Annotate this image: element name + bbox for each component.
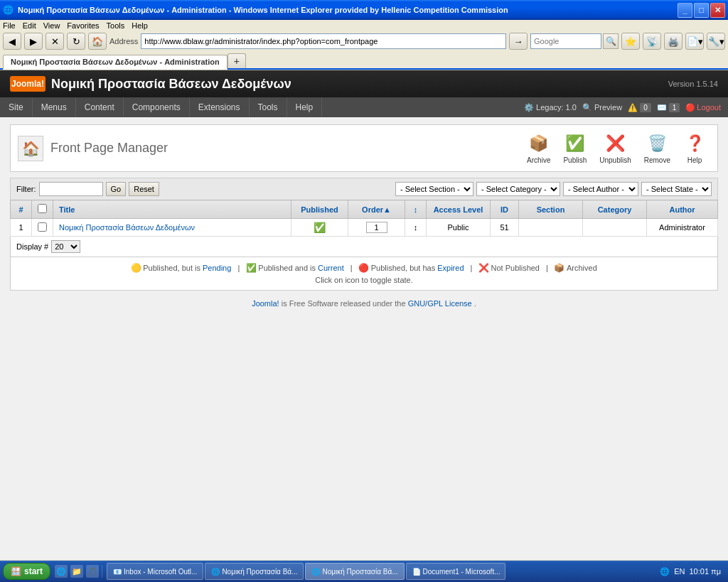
filter-input[interactable]: [39, 182, 103, 196]
menu-file[interactable]: File: [3, 21, 16, 30]
col-access[interactable]: Access Level: [427, 200, 491, 219]
ie-navbar: ◀ ▶ ✕ ↻ 🏠 Address → 🔍 ⭐ 📡 🖨️ 📄▾ 🔧▾: [0, 31, 728, 51]
favorites-icon[interactable]: ⭐: [621, 33, 640, 50]
page-title-area: 🏠 Front Page Manager: [18, 136, 168, 161]
search-input[interactable]: [530, 33, 601, 49]
select-all-checkbox[interactable]: [38, 204, 47, 213]
address-input[interactable]: [141, 33, 506, 49]
col-published[interactable]: Published: [291, 200, 348, 219]
published-icon[interactable]: ✅: [314, 222, 326, 233]
nav-components[interactable]: Components: [124, 97, 190, 117]
preview-link[interactable]: 🔍 Preview: [582, 103, 622, 112]
menu-favorites[interactable]: Favorites: [67, 21, 99, 30]
page-icon: 🏠: [18, 136, 43, 161]
nav-content[interactable]: Content: [76, 97, 124, 117]
nav-help[interactable]: Help: [287, 97, 323, 117]
stop-button[interactable]: ✕: [46, 33, 64, 50]
legend-current: ✅ Published and is Current: [246, 263, 343, 273]
home-button[interactable]: 🏠: [88, 33, 107, 50]
pending-link[interactable]: Pending: [203, 264, 231, 272]
help-button[interactable]: ❓ Help: [679, 131, 710, 166]
col-author[interactable]: Author: [647, 200, 718, 219]
col-order[interactable]: Order▲: [348, 200, 405, 219]
col-section[interactable]: Section: [519, 200, 583, 219]
ie-tab-new[interactable]: +: [228, 53, 246, 68]
nav-extensions[interactable]: Extensions: [190, 97, 250, 117]
col-num: #: [11, 200, 32, 219]
row-title-link[interactable]: Νομική Προστασία Βάσεων Δεδομένων: [59, 223, 195, 232]
tools-menu[interactable]: 🔧▾: [707, 33, 725, 50]
go-button[interactable]: →: [509, 33, 528, 50]
current-icon: ✅: [246, 263, 256, 273]
filter-go-button[interactable]: Go: [106, 182, 127, 196]
col-id[interactable]: ID: [491, 200, 519, 219]
refresh-button[interactable]: ↻: [67, 33, 85, 50]
col-reorder[interactable]: ↕: [405, 200, 427, 219]
nav-site[interactable]: Site: [0, 97, 33, 117]
maximize-button[interactable]: □: [694, 3, 709, 18]
window-title: Νομική Προστασία Βάσεων Δεδομένων - Admi…: [18, 6, 678, 14]
filter-bar: Filter: Go Reset - Select Section - - Se…: [10, 178, 718, 200]
nav-menus[interactable]: Menus: [33, 97, 76, 117]
ie-tab-active[interactable]: Νομική Προστασία Βάσεων Δεδομένων - Admi…: [3, 55, 228, 70]
archive-label: Archive: [527, 156, 550, 164]
menu-tools[interactable]: Tools: [107, 21, 125, 30]
messages-badge[interactable]: ✉️ 1: [657, 103, 680, 112]
remove-icon: 🗑️: [646, 132, 668, 155]
order-input[interactable]: [366, 222, 387, 233]
archive-icon: 📦: [528, 132, 550, 155]
col-category[interactable]: Category: [583, 200, 647, 219]
publish-button[interactable]: ✅ Publish: [559, 131, 591, 166]
row-checkbox[interactable]: [32, 219, 53, 237]
nav-tools[interactable]: Tools: [250, 97, 287, 117]
menu-edit[interactable]: Edit: [23, 21, 36, 30]
filter-reset-button[interactable]: Reset: [129, 182, 159, 196]
state-select[interactable]: - Select State -: [641, 182, 712, 196]
menu-view[interactable]: View: [43, 21, 60, 30]
joomla-logo-image: Joomla!: [10, 76, 46, 92]
legend-items: 🟡 Published, but is Pending | ✅ Publishe…: [16, 263, 712, 273]
alerts-badge[interactable]: ⚠️ 0: [628, 103, 651, 112]
forward-button[interactable]: ▶: [24, 33, 43, 50]
legend-archived: 📦 Archived: [555, 263, 597, 273]
display-row: Display # 5 10 15 20 25 50 100: [10, 237, 718, 257]
menu-help[interactable]: Help: [132, 21, 148, 30]
unpublish-button[interactable]: ❌ Unpublish: [595, 131, 635, 166]
row-reorder[interactable]: ↕: [405, 219, 427, 237]
page-menu[interactable]: 📄▾: [685, 33, 704, 50]
legend-notpublished: ❌ Not Published: [479, 263, 540, 273]
col-checkbox[interactable]: [32, 200, 53, 219]
col-title[interactable]: Title: [53, 200, 291, 219]
minimize-button[interactable]: _: [678, 3, 692, 18]
rss-icon[interactable]: 📡: [643, 33, 661, 50]
toolbar-buttons: 📦 Archive ✅ Publish ❌ Unpublish 🗑️ Remov…: [523, 131, 710, 166]
joomla-footer-link[interactable]: Joomla!: [252, 299, 279, 308]
filter-label: Filter:: [16, 185, 36, 193]
help-label: Help: [687, 156, 702, 164]
author-select[interactable]: - Select Author -: [563, 182, 638, 196]
remove-button[interactable]: 🗑️ Remove: [640, 131, 675, 166]
address-bar: Address: [109, 33, 506, 49]
row-published[interactable]: ✅: [291, 219, 348, 237]
row-order: [348, 219, 405, 237]
archive-button[interactable]: 📦 Archive: [523, 131, 555, 166]
search-bar: 🔍: [530, 33, 619, 49]
row-title: Νομική Προστασία Βάσεων Δεδομένων: [53, 219, 291, 237]
logout-button[interactable]: 🔴 Logout: [685, 103, 721, 112]
display-select[interactable]: 5 10 15 20 25 50 100: [51, 240, 80, 253]
row-select-checkbox[interactable]: [38, 222, 47, 232]
license-link[interactable]: GNU/GPL License: [408, 299, 472, 308]
section-select[interactable]: - Select Section -: [395, 182, 473, 196]
category-select[interactable]: - Select Category -: [476, 182, 560, 196]
print-icon[interactable]: 🖨️: [664, 33, 682, 50]
page-title: Front Page Manager: [50, 141, 168, 156]
notpublished-icon: ❌: [479, 263, 489, 273]
current-link[interactable]: Current: [318, 264, 344, 272]
ie-menubar: File Edit View Favorites Tools Help: [0, 20, 728, 31]
close-button[interactable]: ✕: [710, 3, 725, 18]
search-button[interactable]: 🔍: [603, 33, 619, 49]
back-button[interactable]: ◀: [3, 33, 21, 50]
expired-link[interactable]: Expired: [437, 264, 464, 272]
data-table: # Title Published Order▲ ↕ Access Level …: [10, 200, 718, 237]
legend-pending: 🟡 Published, but is Pending: [131, 263, 231, 273]
